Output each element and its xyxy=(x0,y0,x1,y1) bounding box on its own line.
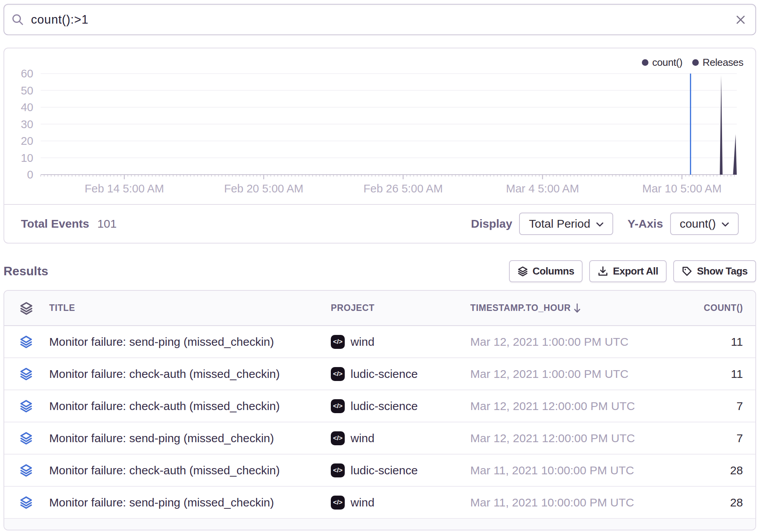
table-header-row: TITLE PROJECT TIMESTAMP.TO_HOUR COUNT() xyxy=(4,291,755,326)
chart-area: 0102030405060Feb 14 5:00 AMFeb 20 5:00 A… xyxy=(4,48,755,204)
svg-text:Feb 26 5:00 AM: Feb 26 5:00 AM xyxy=(363,182,443,195)
search-icon xyxy=(12,14,24,26)
y-axis-dropdown[interactable]: count() xyxy=(670,213,739,235)
row-timestamp: Mar 12, 2021 12:00:00 PM UTC xyxy=(470,432,664,445)
total-events-value: 101 xyxy=(97,217,117,230)
svg-text:Mar 10 5:00 AM: Mar 10 5:00 AM xyxy=(642,182,722,195)
row-project: </> ludic-science xyxy=(331,463,470,477)
layers-icon xyxy=(518,266,528,276)
y-axis-dropdown-value: count() xyxy=(680,217,716,230)
row-project: </> ludic-science xyxy=(331,367,470,381)
svg-text:Feb 14 5:00 AM: Feb 14 5:00 AM xyxy=(85,182,164,195)
export-all-button[interactable]: Export All xyxy=(589,260,667,282)
row-count: 11 xyxy=(731,367,743,381)
svg-text:40: 40 xyxy=(21,101,33,113)
row-title[interactable]: Monitor failure: send-ping (missed_check… xyxy=(49,335,331,348)
row-timestamp: Mar 11, 2021 10:00:00 PM UTC xyxy=(470,464,664,477)
project-platform-icon: </> xyxy=(331,496,345,510)
stack-icon xyxy=(20,367,49,380)
table-row[interactable]: Monitor failure: send-ping (missed_check… xyxy=(4,422,755,455)
row-timestamp: Mar 12, 2021 1:00:00 PM UTC xyxy=(470,335,664,348)
row-count: 7 xyxy=(736,432,743,445)
display-dropdown[interactable]: Total Period xyxy=(519,213,613,235)
row-project: </> wind xyxy=(331,431,470,445)
stack-icon xyxy=(20,432,49,444)
search-input[interactable]: count():>1 xyxy=(31,13,736,27)
row-count: 28 xyxy=(730,464,743,477)
show-tags-button-label: Show Tags xyxy=(697,265,748,277)
row-title[interactable]: Monitor failure: send-ping (missed_check… xyxy=(49,432,331,445)
svg-text:30: 30 xyxy=(21,118,33,130)
legend-dot-count xyxy=(642,59,648,66)
row-count: 28 xyxy=(730,496,743,509)
row-title[interactable]: Monitor failure: check-auth (missed_chec… xyxy=(49,464,331,477)
svg-text:0: 0 xyxy=(27,168,33,181)
chart-svg: 0102030405060Feb 14 5:00 AMFeb 20 5:00 A… xyxy=(4,48,755,204)
display-label: Display xyxy=(471,217,512,230)
results-heading: Results xyxy=(3,264,48,278)
results-table: TITLE PROJECT TIMESTAMP.TO_HOUR COUNT() xyxy=(3,290,756,530)
export-all-button-label: Export All xyxy=(613,265,658,277)
stack-icon xyxy=(20,400,49,412)
project-name: ludic-science xyxy=(351,367,418,381)
table-row[interactable]: Monitor failure: check-auth (missed_chec… xyxy=(4,358,755,390)
close-icon[interactable] xyxy=(736,15,745,24)
chevron-down-icon xyxy=(596,222,604,227)
legend-label-releases: Releases xyxy=(703,57,743,69)
row-timestamp: Mar 12, 2021 12:00:00 PM UTC xyxy=(470,400,664,413)
svg-text:10: 10 xyxy=(21,152,33,164)
row-title[interactable]: Monitor failure: check-auth (missed_chec… xyxy=(49,400,331,413)
table-row[interactable]: Monitor failure: send-ping (missed_check… xyxy=(4,487,755,519)
results-header: Results Columns xyxy=(3,260,756,282)
legend-item-count[interactable]: count() xyxy=(642,57,683,69)
project-platform-icon: </> xyxy=(331,367,345,381)
column-header-timestamp-label: TIMESTAMP.TO_HOUR xyxy=(470,303,571,313)
legend-item-releases[interactable]: Releases xyxy=(692,57,743,69)
column-header-title[interactable]: TITLE xyxy=(49,303,331,313)
row-title[interactable]: Monitor failure: send-ping (missed_check… xyxy=(49,496,331,509)
total-events: Total Events 101 xyxy=(21,217,117,230)
discover-page: count():>1 0102030405060Feb 14 5:00 AMFe… xyxy=(3,0,756,530)
table-row[interactable]: Monitor failure: check-auth (missed_chec… xyxy=(4,455,755,487)
project-platform-icon: </> xyxy=(331,463,345,477)
project-name: wind xyxy=(351,496,375,509)
row-count: 11 xyxy=(731,335,743,348)
columns-button[interactable]: Columns xyxy=(509,260,583,282)
display-dropdown-value: Total Period xyxy=(529,217,590,230)
svg-text:50: 50 xyxy=(21,84,33,97)
columns-button-label: Columns xyxy=(533,265,574,277)
row-count: 7 xyxy=(736,400,743,413)
events-chart-panel: 0102030405060Feb 14 5:00 AMFeb 20 5:00 A… xyxy=(3,48,756,244)
project-name: ludic-science xyxy=(351,400,418,413)
legend-dot-releases xyxy=(692,59,699,66)
row-project: </> wind xyxy=(331,496,470,510)
svg-text:60: 60 xyxy=(21,67,33,80)
legend-label-count: count() xyxy=(652,57,683,69)
chart-controls: Display Total Period Y-Axis count() xyxy=(471,213,739,235)
row-project: </> wind xyxy=(331,335,470,349)
svg-text:Feb 20 5:00 AM: Feb 20 5:00 AM xyxy=(224,182,303,195)
project-name: ludic-science xyxy=(351,464,418,477)
column-header-count[interactable]: COUNT() xyxy=(704,303,743,313)
project-platform-icon: </> xyxy=(331,431,345,445)
row-timestamp: Mar 11, 2021 10:00:00 PM UTC xyxy=(470,496,664,509)
table-row[interactable]: Monitor failure: check-auth (missed_chec… xyxy=(4,390,755,422)
chart-footer: Total Events 101 Display Total Period Y-… xyxy=(4,204,755,243)
project-platform-icon: </> xyxy=(331,335,345,349)
row-timestamp: Mar 12, 2021 1:00:00 PM UTC xyxy=(470,367,664,381)
stack-icon[interactable] xyxy=(20,302,49,315)
total-events-label: Total Events xyxy=(21,217,89,230)
row-title[interactable]: Monitor failure: check-auth (missed_chec… xyxy=(49,367,331,381)
project-name: wind xyxy=(351,432,375,445)
svg-text:Mar 4 5:00 AM: Mar 4 5:00 AM xyxy=(506,182,579,195)
column-header-timestamp[interactable]: TIMESTAMP.TO_HOUR xyxy=(470,303,664,313)
download-icon xyxy=(598,266,608,276)
y-axis-label: Y-Axis xyxy=(628,217,663,230)
search-bar[interactable]: count():>1 xyxy=(3,4,756,35)
column-header-project[interactable]: PROJECT xyxy=(331,303,470,313)
svg-text:20: 20 xyxy=(21,135,33,147)
table-row[interactable]: Monitor failure: send-ping (missed_check… xyxy=(4,326,755,358)
chart-legend: count() Releases xyxy=(642,57,743,69)
stack-icon xyxy=(20,496,49,509)
show-tags-button[interactable]: Show Tags xyxy=(673,260,756,282)
